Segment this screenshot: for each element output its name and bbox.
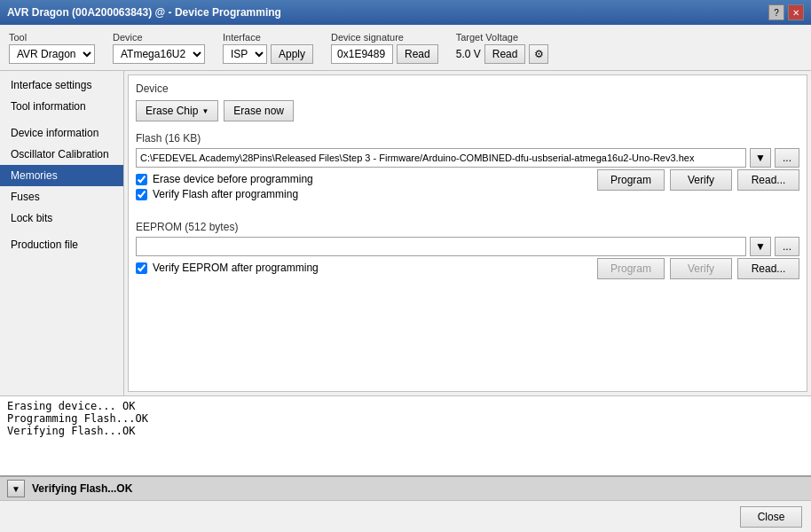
device-group: Device ATmega16U2 <box>113 32 205 64</box>
eeprom-read-button[interactable]: Read... <box>737 258 799 279</box>
log-line-2: Programming Flash...OK <box>7 412 804 425</box>
apply-button[interactable]: Apply <box>271 44 313 64</box>
status-bar: ▼ Verifying Flash...OK <box>0 475 811 500</box>
log-line-3: Verifying Flash...OK <box>7 425 804 437</box>
target-voltage-label: Target Voltage <box>456 32 549 43</box>
status-text: Verifying Flash...OK <box>32 482 132 495</box>
voltage-read-button[interactable]: Read <box>484 44 526 64</box>
bottom-bar: Close <box>0 500 811 532</box>
flash-section: Flash (16 KB) ▼ ... Erase device before … <box>136 132 799 203</box>
window-close-button[interactable]: ✕ <box>788 4 804 20</box>
flash-section-label: Flash (16 KB) <box>136 132 799 145</box>
device-sig-read-button[interactable]: Read <box>397 44 438 64</box>
verify-flash-row: Verify Flash after programming <box>136 188 313 200</box>
device-signature-value: 0x1E9489 <box>331 44 393 64</box>
erase-before-programming-checkbox[interactable] <box>136 174 147 185</box>
eeprom-program-button[interactable]: Program <box>597 258 665 279</box>
title-bar-controls: ? ✕ <box>768 4 804 20</box>
device-select[interactable]: ATmega16U2 <box>113 44 205 64</box>
help-button[interactable]: ? <box>768 4 784 20</box>
tool-select[interactable]: AVR Dragon <box>9 44 95 64</box>
target-voltage-group: Target Voltage 5.0 V Read ⚙ <box>456 32 549 64</box>
sidebar-item-device-information[interactable]: Device information <box>0 122 123 144</box>
status-expand-button[interactable]: ▼ <box>7 480 25 497</box>
flash-browse-button[interactable]: ... <box>775 148 799 168</box>
sidebar: Interface settings Tool information Devi… <box>0 71 124 395</box>
interface-group: Interface ISP Apply <box>223 32 313 64</box>
log-line-1: Erasing device... OK <box>7 400 804 412</box>
eeprom-verify-button[interactable]: Verify <box>670 258 732 279</box>
settings-gear-button[interactable]: ⚙ <box>529 44 548 64</box>
sidebar-item-interface-settings[interactable]: Interface settings <box>0 74 123 96</box>
eeprom-file-row: ▼ ... <box>136 237 799 256</box>
tool-label: Tool <box>9 32 95 43</box>
sidebar-item-production-file[interactable]: Production file <box>0 234 123 255</box>
device-buttons: Erase Chip ▼ Erase now <box>136 100 799 121</box>
device-section-label: Device <box>136 82 799 95</box>
eeprom-section: EEPROM (512 bytes) ▼ ... Verify EEPROM a… <box>136 221 799 279</box>
erase-before-programming-row: Erase device before programming <box>136 173 313 185</box>
verify-eeprom-label: Verify EEPROM after programming <box>153 262 319 274</box>
eeprom-file-input[interactable] <box>136 237 746 256</box>
toolbar: Tool AVR Dragon Device ATmega16U2 Interf… <box>0 25 811 71</box>
device-section: Device Erase Chip ▼ Erase now <box>136 82 799 121</box>
expand-icon: ▼ <box>12 484 20 494</box>
sidebar-item-tool-information[interactable]: Tool information <box>0 96 123 117</box>
flash-read-button[interactable]: Read... <box>737 169 799 191</box>
flash-action-buttons: Program Verify Read... <box>597 169 799 191</box>
flash-file-row: ▼ ... <box>136 148 799 168</box>
flash-checkboxes: Erase device before programming Verify F… <box>136 173 313 203</box>
device-label: Device <box>113 32 205 43</box>
eeprom-file-dropdown-icon[interactable]: ▼ <box>750 237 771 256</box>
sidebar-item-fuses[interactable]: Fuses <box>0 186 123 207</box>
title-bar-text: AVR Dragon (00A200063843) @ - Device Pro… <box>7 6 281 19</box>
eeprom-checkboxes: Verify EEPROM after programming <box>136 262 319 277</box>
sidebar-item-memories[interactable]: Memories <box>0 165 123 186</box>
target-voltage-value: 5.0 V <box>456 48 481 60</box>
verify-flash-label: Verify Flash after programming <box>153 188 298 200</box>
close-button[interactable]: Close <box>740 506 802 528</box>
interface-label: Interface <box>223 32 313 43</box>
verify-eeprom-checkbox[interactable] <box>136 262 147 274</box>
flash-file-input[interactable] <box>136 148 746 168</box>
erase-chip-arrow-icon: ▼ <box>201 107 209 115</box>
eeprom-action-buttons: Program Verify Read... <box>597 258 799 279</box>
erase-chip-button[interactable]: Erase Chip ▼ <box>136 100 218 121</box>
verify-flash-checkbox[interactable] <box>136 189 147 200</box>
sidebar-item-oscillator-calibration[interactable]: Oscillator Calibration <box>0 144 123 165</box>
sidebar-item-lock-bits[interactable]: Lock bits <box>0 207 123 229</box>
gear-icon: ⚙ <box>534 48 544 60</box>
verify-eeprom-row: Verify EEPROM after programming <box>136 262 319 274</box>
device-signature-group: Device signature 0x1E9489 Read <box>331 32 438 64</box>
flash-program-button[interactable]: Program <box>597 169 665 191</box>
tool-group: Tool AVR Dragon <box>9 32 95 64</box>
eeprom-section-label: EEPROM (512 bytes) <box>136 221 799 233</box>
erase-before-programming-label: Erase device before programming <box>153 173 313 185</box>
device-signature-label: Device signature <box>331 32 438 43</box>
flash-file-dropdown-icon[interactable]: ▼ <box>750 148 771 168</box>
erase-now-button[interactable]: Erase now <box>224 100 294 121</box>
interface-select[interactable]: ISP <box>223 44 267 64</box>
title-bar: AVR Dragon (00A200063843) @ - Device Pro… <box>0 0 811 25</box>
eeprom-browse-button[interactable]: ... <box>775 237 799 256</box>
content-panel: Device Erase Chip ▼ Erase now Flash (16 … <box>128 74 807 392</box>
flash-verify-button[interactable]: Verify <box>670 169 732 191</box>
log-area: Erasing device... OK Programming Flash..… <box>0 395 811 475</box>
